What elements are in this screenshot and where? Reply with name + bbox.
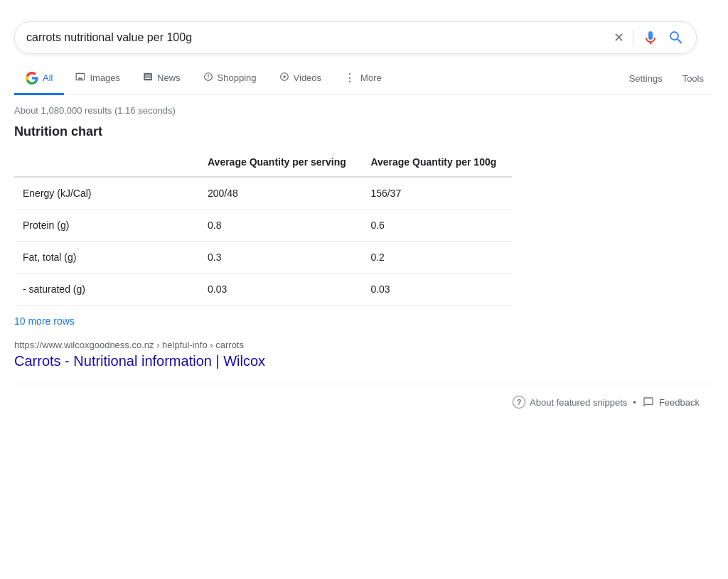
results-info: About 1,080,000 results (1.16 seconds) [14, 105, 714, 116]
tab-images-label: Images [90, 72, 120, 83]
row-name: Protein (g) [14, 210, 199, 242]
tab-images[interactable]: Images [64, 63, 132, 94]
col-header-per-serving: Average Quantity per serving [199, 151, 362, 177]
row-name: - saturated (g) [14, 274, 199, 305]
breadcrumb: https://www.wilcoxgoodness.co.nz › helpf… [14, 340, 244, 350]
row-per-serving: 0.8 [199, 210, 362, 242]
row-per-100g: 156/37 [362, 177, 512, 210]
search-icons: ✕ [614, 29, 685, 46]
tab-shopping[interactable]: Shopping [192, 63, 268, 94]
more-dots-icon: ⋮ [344, 71, 356, 85]
tab-videos-label: Videos [294, 72, 322, 83]
tab-all[interactable]: All [14, 63, 64, 95]
about-snippets-label: About featured snippets [530, 397, 627, 408]
row-per-100g: 0.2 [362, 242, 512, 274]
table-header-row: Average Quantity per serving Average Qua… [14, 151, 512, 177]
clear-icon[interactable]: ✕ [614, 31, 624, 44]
nutrition-title: Nutrition chart [14, 124, 512, 139]
search-button[interactable] [668, 29, 685, 46]
shopping-icon [203, 72, 213, 84]
feedback-icon [642, 396, 655, 408]
news-icon [143, 72, 153, 84]
mic-button[interactable] [642, 29, 659, 46]
nutrition-table: Average Quantity per serving Average Qua… [14, 151, 512, 305]
row-per-serving: 0.03 [199, 274, 362, 305]
col-header-per-100g: Average Quantity per 100g [362, 151, 512, 177]
page-wrapper: ✕ [0, 0, 728, 420]
table-row: Energy (kJ/Cal) 200/48 156/37 [14, 177, 512, 210]
tab-all-label: All [43, 72, 53, 83]
tab-videos[interactable]: Videos [268, 63, 333, 94]
row-per-serving: 0.3 [199, 242, 362, 274]
col-header-name [14, 151, 199, 177]
search-bar: ✕ [14, 21, 697, 54]
row-per-serving: 200/48 [199, 177, 362, 210]
row-per-100g: 0.6 [362, 210, 512, 242]
result-link[interactable]: Carrots - Nutritional information | Wilc… [14, 353, 714, 369]
table-row: Fat, total (g) 0.3 0.2 [14, 242, 512, 274]
bottom-bar: ? About featured snippets • Feedback [14, 384, 714, 420]
images-icon [75, 72, 85, 84]
mic-icon [642, 29, 659, 46]
more-rows-link[interactable]: 10 more rows [14, 315, 75, 327]
tab-more[interactable]: ⋮ More [333, 63, 393, 95]
videos-icon [279, 72, 289, 84]
nav-tabs: All Images News Shopping [14, 63, 714, 95]
row-per-100g: 0.03 [362, 274, 512, 305]
tools-button[interactable]: Tools [673, 65, 714, 92]
tab-news[interactable]: News [132, 63, 192, 94]
tab-shopping-label: Shopping [218, 72, 257, 83]
feedback-label: Feedback [659, 397, 700, 408]
table-row: - saturated (g) 0.03 0.03 [14, 274, 512, 305]
feedback-item[interactable]: Feedback [642, 396, 700, 408]
nutrition-section: Nutrition chart Average Quantity per ser… [14, 124, 512, 340]
row-name: Energy (kJ/Cal) [14, 177, 199, 210]
search-input[interactable] [26, 31, 614, 44]
source-url: https://www.wilcoxgoodness.co.nz › helpf… [14, 340, 714, 350]
google-g-icon [26, 72, 38, 85]
tab-more-label: More [360, 72, 382, 83]
table-row: Protein (g) 0.8 0.6 [14, 210, 512, 242]
tab-news-label: News [157, 72, 181, 83]
question-icon: ? [513, 396, 525, 408]
nav-settings-tools: Settings Tools [619, 65, 714, 92]
settings-button[interactable]: Settings [619, 65, 673, 92]
search-divider [633, 29, 633, 46]
dot-separator: • [633, 397, 636, 408]
row-name: Fat, total (g) [14, 242, 199, 274]
about-snippets-item[interactable]: ? About featured snippets [513, 396, 627, 408]
search-icon [668, 29, 685, 46]
